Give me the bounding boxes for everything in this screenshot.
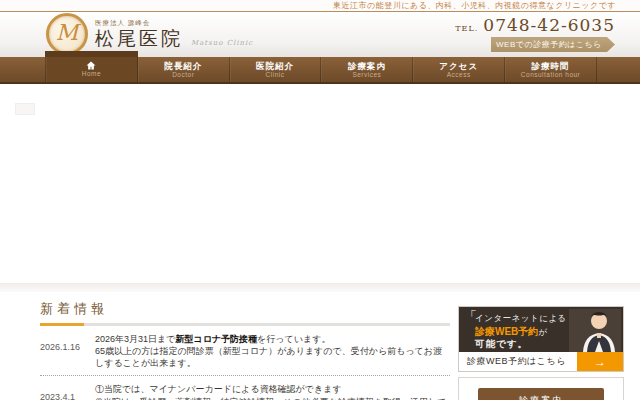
page: 東近江市の能登川にある、内科、小児科、内視鏡の得意なクリニックです M 医療法人… — [0, 0, 640, 400]
promo-line3: 可能です。 — [475, 338, 528, 351]
nav-item-hours[interactable]: 診療時間 Consultation hour — [505, 57, 596, 82]
home-icon — [86, 61, 96, 70]
brand-block: 医療法人 源峰会 松尾医院 Matsuo Clinic — [95, 19, 253, 50]
news-text: ①当院では、マイナンバーカードによる資格確認ができます ②当院は、受診歴、薬剤情… — [95, 383, 450, 400]
news-item: 2023.4.1 ①当院では、マイナンバーカードによる資格確認ができます ②当院… — [40, 376, 450, 400]
clinic-tagline: 東近江市の能登川にある、内科、小児科、内視鏡の得意なクリニックです — [333, 0, 640, 11]
news-text-bold: 新型コロナ予防接種 — [175, 334, 257, 344]
promo-line1: インターネットによる — [475, 313, 567, 325]
news-text: 2026年3月31日まで新型コロナ予防接種を行っています。 65歳以上の方は指定… — [95, 333, 450, 369]
hero-bottom-shadow — [0, 283, 640, 292]
nav-items: Home 院長紹介 Doctor 医院紹介 Clinic 診療案内 Servic… — [45, 57, 597, 82]
promo-highlight: 診療WEB予約 — [475, 326, 538, 337]
clinic-name-en: Matsuo Clinic — [191, 39, 253, 47]
web-reservation-button[interactable]: WEBでの診療予約はこちら — [491, 37, 615, 52]
web-reservation-label: WEBでの診療予約はこちら — [496, 39, 602, 50]
promo-arrow-button[interactable]: → — [577, 352, 623, 371]
clinic-logo-icon: M — [46, 13, 88, 55]
nav-label-en: Home — [82, 70, 101, 78]
web-reservation-promo-card: 「 インターネットによる 診療WEB予約が 可能です。 診療WEB予約はこちら … — [458, 306, 624, 372]
main-nav: Home 院長紹介 Doctor 医院紹介 Clinic 診療案内 Servic… — [0, 57, 640, 84]
logo-monogram: M — [56, 22, 79, 44]
nav-item-doctor[interactable]: 院長紹介 Doctor — [138, 57, 230, 82]
nav-label-jp: アクセス — [439, 61, 478, 71]
nav-item-access[interactable]: アクセス Access — [413, 57, 505, 82]
receptionist-photo — [569, 309, 621, 352]
promo-line2: 診療WEB予約が — [475, 325, 547, 339]
news-heading: 新着情報 — [40, 300, 450, 318]
news-section: 新着情報 2026.1.16 2026年3月31日まで新型コロナ予防接種を行って… — [40, 300, 450, 400]
promo-button-label: 診療WEB予約はこちら — [459, 355, 577, 368]
hero-slider-area — [0, 84, 640, 284]
news-heading-rule — [40, 323, 450, 326]
news-date: 2026.1.16 — [40, 333, 95, 369]
nav-label-en: Clinic — [266, 71, 285, 79]
services-card: 診療案内 — [458, 377, 624, 400]
nav-label-en: Doctor — [172, 71, 194, 79]
tel-number: 0748-42-6035 — [483, 15, 615, 35]
nav-label-jp: 診療案内 — [348, 61, 386, 71]
nav-label-en: Access — [447, 71, 471, 79]
nav-label-jp: 院長紹介 — [164, 61, 202, 71]
broken-image-placeholder — [15, 103, 35, 115]
nav-label-en: Consultation hour — [521, 71, 580, 79]
telephone: TEL. 0748-42-6035 — [455, 15, 615, 35]
logo-link[interactable]: M 医療法人 源峰会 松尾医院 Matsuo Clinic — [46, 13, 253, 55]
news-date: 2023.4.1 — [40, 383, 95, 400]
services-button[interactable]: 診療案内 — [478, 388, 604, 400]
news-item: 2026.1.16 2026年3月31日まで新型コロナ予防接種を行っています。 … — [40, 326, 450, 376]
nav-item-home[interactable]: Home — [46, 57, 138, 82]
promo-button-row: 診療WEB予約はこちら → — [459, 352, 623, 371]
nav-item-services[interactable]: 診療案内 Services — [321, 57, 413, 82]
tel-label: TEL. — [455, 24, 478, 33]
top-tagline-bar: 東近江市の能登川にある、内科、小児科、内視鏡の得意なクリニックです — [0, 0, 640, 12]
arrow-right-icon: → — [594, 355, 606, 369]
clinic-name: 松尾医院 — [95, 28, 183, 50]
nav-item-clinic[interactable]: 医院紹介 Clinic — [230, 57, 322, 82]
promo-banner: 「 インターネットによる 診療WEB予約が 可能です。 — [459, 307, 623, 352]
nav-label-en: Services — [352, 71, 381, 79]
nav-label-jp: 診療時間 — [532, 61, 570, 71]
nav-label-jp: 医院紹介 — [256, 61, 294, 71]
